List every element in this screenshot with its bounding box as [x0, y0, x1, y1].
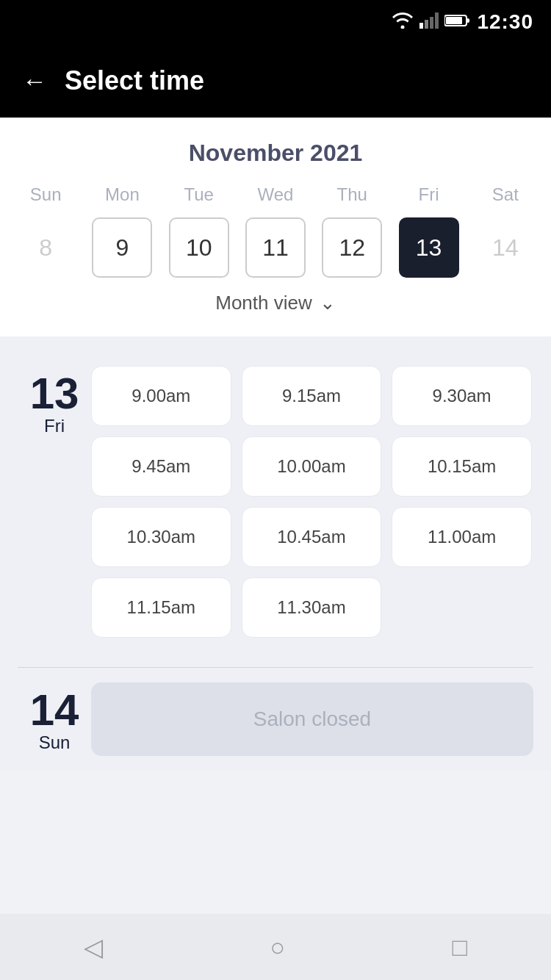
- back-button[interactable]: ←: [22, 68, 47, 93]
- day-name-14: Sun: [39, 732, 71, 753]
- svg-rect-6: [446, 17, 462, 24]
- svg-rect-3: [435, 12, 439, 29]
- bottom-nav: ◁ ○ □: [0, 914, 551, 980]
- time-slot-1000am[interactable]: 10.00am: [242, 436, 382, 497]
- svg-rect-5: [467, 18, 469, 23]
- month-view-label: Month view: [215, 292, 312, 314]
- time-slot-1030am[interactable]: 10.30am: [91, 507, 231, 567]
- date-cell-10[interactable]: 10: [161, 215, 237, 280]
- svg-rect-2: [430, 17, 433, 29]
- status-icons: [392, 12, 469, 32]
- closed-day-block: 14 Sun Salon closed: [0, 668, 551, 771]
- status-time: 12:30: [477, 10, 533, 34]
- weekday-sun: Sun: [7, 184, 84, 205]
- nav-back-button[interactable]: ◁: [84, 932, 103, 962]
- date-9[interactable]: 9: [92, 217, 152, 278]
- month-year-label: November 2021: [0, 140, 551, 167]
- app-header: ← Select time: [0, 44, 551, 118]
- time-grid-13: 9.00am 9.15am 9.30am 9.45am 10.00am 10.1…: [91, 366, 533, 638]
- salon-closed-panel: Salon closed: [91, 682, 533, 756]
- time-slot-1045am[interactable]: 10.45am: [242, 507, 382, 567]
- month-view-toggle[interactable]: Month view ⌄: [0, 280, 551, 322]
- day-block-13: 13 Fri 9.00am 9.15am 9.30am 9.45am 10.00…: [18, 351, 533, 652]
- svg-rect-1: [425, 20, 428, 29]
- date-cell-9[interactable]: 9: [84, 215, 160, 280]
- day-number-13: 13: [30, 372, 79, 416]
- date-12[interactable]: 12: [322, 217, 382, 278]
- date-14[interactable]: 14: [475, 217, 536, 278]
- weekday-tue: Tue: [161, 184, 237, 205]
- date-cell-13[interactable]: 13: [390, 215, 467, 280]
- time-slot-1015am[interactable]: 10.15am: [392, 436, 532, 497]
- weekday-thu: Thu: [314, 184, 390, 205]
- status-bar: 12:30: [0, 0, 551, 44]
- time-slot-1100am[interactable]: 11.00am: [392, 507, 532, 567]
- weekday-mon: Mon: [84, 184, 160, 205]
- day-label-14: 14 Sun: [18, 682, 91, 756]
- day-number-14: 14: [30, 688, 79, 732]
- battery-icon: [444, 14, 469, 30]
- date-cell-11[interactable]: 11: [237, 215, 314, 280]
- time-slot-915am[interactable]: 9.15am: [242, 366, 382, 426]
- time-slot-945am[interactable]: 9.45am: [91, 436, 231, 497]
- time-slot-1115am[interactable]: 11.15am: [91, 577, 231, 638]
- weekday-sat: Sat: [467, 184, 544, 205]
- weekday-header: Sun Mon Tue Wed Thu Fri Sat: [0, 184, 551, 205]
- time-slot-900am[interactable]: 9.00am: [91, 366, 231, 426]
- date-cell-14[interactable]: 14: [467, 215, 544, 280]
- signal-icon: [419, 12, 439, 32]
- weekday-wed: Wed: [237, 184, 314, 205]
- date-11[interactable]: 11: [245, 217, 306, 278]
- salon-closed-label: Salon closed: [253, 707, 371, 731]
- dates-row: 8 9 10 11 12 13 14: [0, 215, 551, 280]
- date-cell-12[interactable]: 12: [314, 215, 390, 280]
- weekday-fri: Fri: [390, 184, 467, 205]
- date-13[interactable]: 13: [399, 217, 459, 278]
- chevron-down-icon: ⌄: [320, 292, 336, 314]
- date-8[interactable]: 8: [15, 217, 76, 278]
- day-label-13: 13 Fri: [18, 366, 91, 638]
- time-slots-section: 13 Fri 9.00am 9.15am 9.30am 9.45am 10.00…: [0, 336, 551, 667]
- time-slot-1130am[interactable]: 11.30am: [242, 577, 382, 638]
- calendar-section: November 2021 Sun Mon Tue Wed Thu Fri Sa…: [0, 118, 551, 336]
- svg-rect-0: [419, 23, 423, 29]
- day-name-13: Fri: [44, 416, 65, 436]
- time-slot-930am[interactable]: 9.30am: [392, 366, 532, 426]
- wifi-icon: [392, 12, 414, 32]
- nav-recent-button[interactable]: □: [453, 933, 468, 962]
- date-cell-8[interactable]: 8: [7, 215, 84, 280]
- page-title: Select time: [65, 65, 204, 96]
- date-10[interactable]: 10: [169, 217, 229, 278]
- nav-home-button[interactable]: ○: [270, 933, 285, 962]
